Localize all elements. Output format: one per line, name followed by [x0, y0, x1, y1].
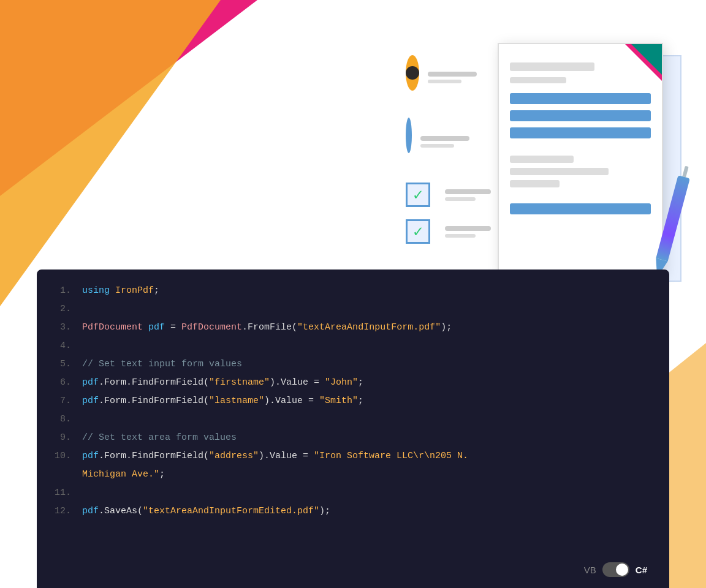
line-number: 5.: [49, 357, 71, 372]
code-block: 1.using IronPdf;2.3.PdfDocument pdf = Pd…: [37, 270, 669, 588]
token: "textAreaAndInputForm.pdf": [297, 322, 441, 333]
checkmark-2: ✓: [413, 222, 423, 241]
line-content: // Set text input form values: [82, 357, 657, 372]
checklist-icon: ✓ ✓: [406, 55, 467, 178]
token: .Form.FindFormField(: [99, 451, 209, 461]
token: "textAreaAndInputFormEdited.pdf": [143, 506, 319, 516]
line-number: 1.: [49, 284, 71, 298]
line-content: Michigan Ave.";: [82, 467, 657, 482]
line-number: 8.: [49, 412, 71, 427]
line-number: 9.: [49, 431, 71, 445]
line-content: pdf.SaveAs("textAreaAndInputFormEdited.p…: [82, 504, 657, 519]
token: pdf: [82, 396, 99, 406]
toggle-knob: [616, 564, 628, 576]
token: Michigan Ave.": [82, 469, 159, 480]
line-content: pdf.Form.FindFormField("lastname").Value…: [82, 394, 657, 409]
line-number: 10.: [49, 449, 71, 464]
token: "Smith": [319, 396, 358, 406]
line-number: 7.: [49, 394, 71, 409]
token: );: [441, 322, 452, 333]
radio-empty-icon: [406, 118, 412, 153]
token: // Set text area form values: [82, 432, 237, 443]
token: ;: [358, 377, 363, 388]
code-line-4: 4.: [37, 337, 669, 355]
token: "lastname": [209, 396, 264, 406]
token: ).Value =: [259, 451, 314, 461]
cs-label: C#: [636, 565, 647, 575]
token: PdfDocument: [82, 322, 143, 333]
token: "firstname": [209, 377, 270, 388]
line-number: 4.: [49, 339, 71, 353]
token: =: [165, 322, 181, 333]
line-number: 6.: [49, 375, 71, 390]
code-line-6: 6.pdf.Form.FindFormField("firstname").Va…: [37, 374, 669, 392]
line-content: pdf.Form.FindFormField("address").Value …: [82, 449, 657, 464]
token: pdf: [82, 451, 99, 461]
token: pdf: [82, 377, 99, 388]
code-line-11: Michigan Ave.";: [37, 466, 669, 484]
token: ;: [154, 285, 159, 296]
line-content: using IronPdf;: [82, 284, 657, 298]
line-number: 2.: [49, 302, 71, 317]
lang-toggle[interactable]: VB C#: [584, 562, 647, 577]
token: ).Value =: [270, 377, 325, 388]
radio-filled-icon: [406, 55, 419, 91]
line-number: 3.: [49, 320, 71, 335]
token: PdfDocument: [181, 322, 242, 333]
token: );: [319, 506, 330, 516]
illustration: ✓ ✓: [387, 6, 694, 270]
checkbox-2-icon: ✓: [406, 219, 430, 244]
token: "address": [209, 451, 259, 461]
vb-label: VB: [584, 565, 596, 575]
line-content: pdf.Form.FindFormField("firstname").Valu…: [82, 375, 657, 390]
code-line-8: 8.: [37, 410, 669, 429]
token: using: [82, 285, 115, 296]
token: .Form.FindFormField(: [99, 377, 209, 388]
token: .Form.FindFormField(: [99, 396, 209, 406]
token: pdf: [143, 322, 165, 333]
bg-yellow-shape: [0, 0, 368, 306]
code-line-13: 12.pdf.SaveAs("textAreaAndInputFormEdite…: [37, 502, 669, 521]
checkbox-1-icon: ✓: [406, 183, 430, 207]
code-line-5: 5.// Set text input form values: [37, 355, 669, 374]
toggle-switch[interactable]: [602, 562, 629, 577]
token: ;: [358, 396, 363, 406]
token: // Set text input form values: [82, 359, 242, 369]
code-line-10: 10.pdf.Form.FindFormField("address").Val…: [37, 447, 669, 466]
document-content: [499, 44, 662, 235]
line-number: 12.: [49, 504, 71, 519]
main-document: [498, 43, 663, 276]
token: ).Value =: [264, 396, 319, 406]
code-line-2: 2.: [37, 300, 669, 318]
checkmark-1: ✓: [413, 185, 423, 205]
code-lines: 1.using IronPdf;2.3.PdfDocument pdf = Pd…: [37, 282, 669, 521]
token: .FromFile(: [242, 322, 297, 333]
code-line-1: 1.using IronPdf;: [37, 282, 669, 300]
line-number: 11.: [49, 486, 71, 500]
token: .SaveAs(: [99, 506, 143, 516]
token: "John": [325, 377, 358, 388]
token: ;: [159, 469, 165, 480]
code-line-7: 7.pdf.Form.FindFormField("lastname").Val…: [37, 392, 669, 410]
code-line-12: 11.: [37, 484, 669, 502]
token: IronPdf: [115, 285, 154, 296]
token: "Iron Software LLC\r\n205 N.: [314, 451, 468, 461]
line-content: PdfDocument pdf = PdfDocument.FromFile("…: [82, 320, 657, 335]
line-content: // Set text area form values: [82, 431, 657, 445]
token: pdf: [82, 506, 99, 516]
code-line-9: 9.// Set text area form values: [37, 429, 669, 447]
code-line-3: 3.PdfDocument pdf = PdfDocument.FromFile…: [37, 318, 669, 337]
